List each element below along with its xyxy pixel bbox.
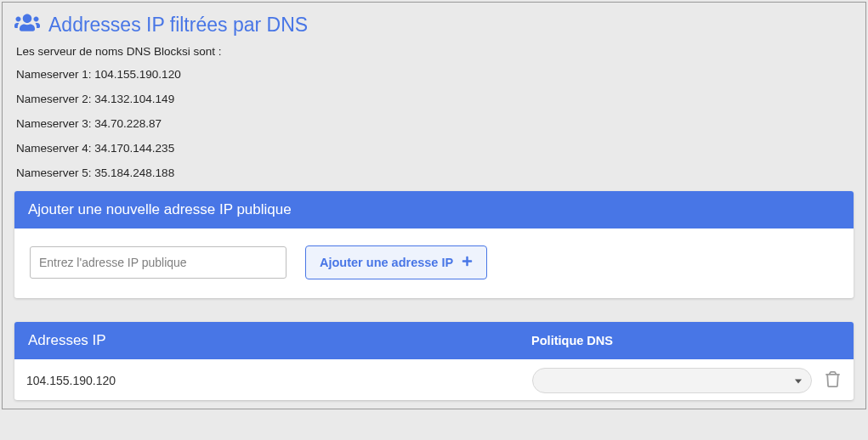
policy-select[interactable] — [532, 368, 812, 393]
nameserver-label: Nameserver 3: — [16, 117, 92, 130]
nameserver-label: Nameserver 2: — [16, 93, 92, 105]
add-ip-card-title: Ajouter une nouvelle adresse IP publique — [14, 191, 854, 228]
trash-icon — [825, 377, 840, 390]
page-container: Addresses IP filtrées par DNS Les serveu… — [2, 2, 866, 409]
ip-table-card: Adresses IP Politique DNS 104.155.190.12… — [14, 322, 854, 400]
add-ip-button[interactable]: Ajouter une adresse IP — [305, 245, 487, 279]
nameserver-ip: 34.70.228.87 — [94, 117, 162, 130]
table-row: 104.155.190.120 — [14, 359, 854, 400]
nameserver-line: Nameserver 2: 34.132.104.149 — [16, 93, 854, 105]
delete-row-button[interactable] — [824, 369, 842, 392]
add-ip-button-label: Ajouter une adresse IP — [320, 256, 453, 269]
add-ip-card-body: Ajouter une adresse IP — [14, 228, 854, 298]
nameserver-ip: 35.184.248.188 — [94, 166, 174, 179]
users-icon — [14, 13, 40, 37]
plus-icon — [462, 256, 473, 269]
add-ip-card: Ajouter une nouvelle adresse IP publique… — [14, 191, 854, 298]
nameserver-ip: 34.132.104.149 — [94, 93, 174, 105]
nameserver-label: Nameserver 5: — [16, 166, 92, 179]
page-header: Addresses IP filtrées par DNS — [14, 13, 854, 37]
nameserver-label: Nameserver 4: — [16, 142, 92, 155]
ip-table-header: Adresses IP Politique DNS — [14, 322, 854, 359]
intro-text: Les serveur de noms DNS Blocksi sont : — [16, 45, 854, 58]
nameserver-ip: 34.170.144.235 — [94, 142, 174, 155]
nameserver-line: Nameserver 3: 34.70.228.87 — [16, 117, 854, 130]
col-header-ip: Adresses IP — [28, 332, 531, 349]
nameserver-line: Nameserver 4: 34.170.144.235 — [16, 142, 854, 155]
nameserver-label: Nameserver 1: — [16, 68, 92, 81]
policy-select-wrap — [532, 368, 812, 393]
nameserver-line: Nameserver 5: 35.184.248.188 — [16, 166, 854, 179]
page-title: Addresses IP filtrées par DNS — [48, 14, 308, 37]
ip-input[interactable] — [30, 246, 286, 279]
nameserver-ip: 104.155.190.120 — [94, 68, 180, 81]
nameserver-line: Nameserver 1: 104.155.190.120 — [16, 68, 854, 81]
row-ip: 104.155.190.120 — [26, 374, 532, 387]
col-header-policy: Politique DNS — [531, 334, 840, 347]
row-policy-cell — [532, 368, 842, 393]
